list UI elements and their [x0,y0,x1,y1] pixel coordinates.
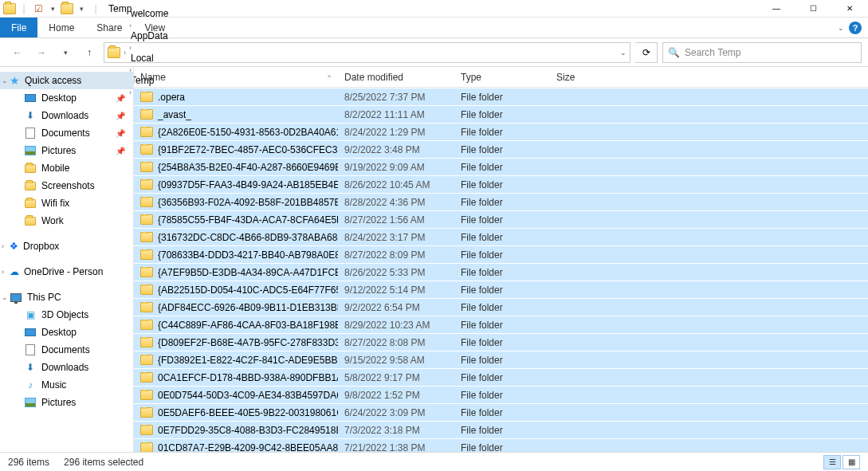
file-rows[interactable]: .opera8/25/2022 7:37 PMFile folder_avast… [134,88,868,452]
forward-button[interactable]: → [32,43,51,62]
sidebar-item-label: Work [41,215,64,226]
table-row[interactable]: 0E0D7544-50D3-4C09-AE34-83B4597DA6E59/8/… [134,386,868,403]
table-row[interactable]: {FD3892E1-E822-4C2F-841C-ADE9E5BB9...9/1… [134,351,868,368]
sidebar-item[interactable]: ⬇Downloads [0,359,133,376]
table-row[interactable]: {C44C889F-AF86-4CAA-8F03-BA18F198B...8/2… [134,316,868,333]
cell-name: {2A826E0E-5150-4931-8563-0D2BA40A61... [134,127,338,138]
cell-date: 8/26/2022 5:33 PM [338,267,454,278]
cell-type: File folder [454,425,550,436]
cell-type: File folder [454,302,550,313]
column-size[interactable]: Size [550,67,614,87]
navigation-bar: ← → ▾ ↑ › welcome›AppData›Local›Temp› ⌄ … [0,38,868,67]
table-row[interactable]: {36356B93-F02A-4092-B58F-201BB4857E6...8… [134,193,868,210]
table-row[interactable]: 01CD87A7-E29B-4209-9C42-8BEE05AA82547/21… [134,438,868,452]
sidebar-item[interactable]: ♪Music [0,376,133,394]
table-row[interactable]: {254B8A35-B2E0-4F40-A287-8660E9469B0...9… [134,158,868,175]
search-box[interactable]: 🔍 [662,42,862,63]
table-row[interactable]: {D809EF2F-B68E-4A7B-95FC-278F833D34...8/… [134,333,868,351]
table-row[interactable]: {316732DC-C8DC-4B66-8DB9-378ABA684...8/2… [134,228,868,245]
tab-file[interactable]: File [0,18,37,37]
refresh-button[interactable]: ⟳ [635,42,658,63]
sidebar-item[interactable]: ▣3D Objects [0,306,133,324]
navigation-pane[interactable]: ⌄ ★ Quick access Desktop📌⬇Downloads📌Docu… [0,67,134,452]
table-row[interactable]: 0E5DAEF6-BEEE-40E5-9B22-003198061C036/24… [134,403,868,421]
breadcrumb-segment[interactable]: AppData [129,30,170,41]
file-name: {AB22515D-D054-410C-ADC5-E64F77F65... [158,285,338,296]
maximize-button[interactable]: ☐ [795,0,831,18]
table-row[interactable]: {708633B4-DDD3-4217-BB40-AB798A0E8...8/2… [134,245,868,263]
sidebar-item[interactable]: Documents [0,341,133,359]
table-row[interactable]: {A7EF9B5D-E3DB-4A34-89CA-A47D1FCB...8/26… [134,263,868,281]
sidebar-item[interactable]: Desktop📌 [0,89,133,107]
sidebar-item[interactable]: Desktop [0,324,133,341]
sidebar-item[interactable]: Work [0,212,133,230]
address-bar[interactable]: › welcome›AppData›Local›Temp› ⌄ [104,42,630,63]
sidebar-item[interactable]: Pictures📌 [0,142,133,159]
table-row[interactable]: {ADF84ECC-6926-4B09-9B11-D1EB313BF...9/2… [134,298,868,316]
cell-date: 9/12/2022 5:14 PM [338,285,454,296]
chevron-right-icon[interactable]: › [2,242,4,250]
sidebar-item[interactable]: Mobile [0,159,133,177]
history-dropdown-icon[interactable]: ▾ [56,43,75,62]
breadcrumb-segment[interactable]: welcome [129,8,170,19]
table-row[interactable]: {78585C55-FB4F-43DA-ACA7-8CFA64E5B...8/2… [134,210,868,228]
sidebar-item[interactable]: ⬇Downloads📌 [0,107,133,124]
qat-dropdown-icon[interactable]: ▾ [75,2,88,15]
column-type[interactable]: Type [454,67,550,87]
pin-icon: 📌 [116,129,125,138]
view-details-button[interactable]: ☰ [823,455,841,469]
sidebar-quick-access[interactable]: ⌄ ★ Quick access [0,72,133,89]
sidebar-dropbox[interactable]: › ❖ Dropbox [0,237,133,255]
column-date[interactable]: Date modified [338,67,454,87]
sidebar-onedrive[interactable]: › ☁ OneDrive - Person [0,263,133,281]
cell-date: 8/24/2022 3:17 PM [338,232,454,243]
close-button[interactable]: ✕ [831,0,868,18]
sidebar-this-pc[interactable]: ⌄ This PC [0,288,133,306]
qat-customize-icon[interactable]: ▾ [46,2,59,15]
cell-name: 0E0D7544-50D3-4C09-AE34-83B4597DA6E5 [134,390,338,401]
table-row[interactable]: 0CA1EFCF-D178-4BBD-938A-890DFBB1A...5/8/… [134,368,868,386]
chevron-right-icon[interactable]: › [129,44,132,52]
folder-icon [140,232,153,242]
properties-icon[interactable]: ☑ [32,2,45,15]
table-row[interactable]: 0E7FDD29-35C8-4088-B3D3-FC2849518B047/3/… [134,421,868,438]
search-input[interactable] [685,47,856,58]
folder-icon [140,249,153,260]
ribbon-expand-icon[interactable]: ⌄ [838,24,844,32]
sidebar-item[interactable]: Wifi fix [0,194,133,212]
sidebar-item[interactable]: Screenshots [0,177,133,194]
minimize-button[interactable]: — [758,0,795,18]
table-row[interactable]: {2A826E0E-5150-4931-8563-0D2BA40A61...8/… [134,123,868,140]
help-icon[interactable]: ? [849,22,862,34]
chevron-down-icon[interactable]: ⌄ [2,293,8,301]
up-button[interactable]: ↑ [80,43,99,62]
column-name[interactable]: Name ^ [134,67,338,87]
address-dropdown-icon[interactable]: ⌄ [620,49,626,57]
tab-share[interactable]: Share [85,18,133,37]
view-icons-button[interactable]: ▦ [842,455,860,469]
table-row[interactable]: .opera8/25/2022 7:37 PMFile folder [134,88,868,105]
breadcrumb-segment[interactable]: Local [129,53,170,64]
tab-home[interactable]: Home [37,18,85,37]
table-row[interactable]: {AB22515D-D054-410C-ADC5-E64F77F65...9/1… [134,281,868,298]
back-button[interactable]: ← [8,43,27,62]
cell-name: 0E5DAEF6-BEEE-40E5-9B22-003198061C03 [134,407,338,418]
folder-icon [140,144,153,155]
file-name: {D809EF2F-B68E-4A7B-95FC-278F833D34... [158,337,338,348]
quick-access-toolbar: | ☑ ▾ ▾ | Temp [0,2,132,15]
table-row[interactable]: {91BF2E72-7BEC-4857-AEC0-536CFEC3EB...9/… [134,140,868,158]
cell-date: 9/15/2022 9:58 AM [338,355,454,366]
sidebar-item[interactable]: Pictures [0,394,133,411]
chevron-right-icon[interactable]: › [129,22,132,29]
chevron-right-icon[interactable]: › [124,49,126,57]
cell-type: File folder [454,127,550,138]
folder-icon [140,214,153,225]
chevron-down-icon[interactable]: ⌄ [2,77,8,84]
chevron-right-icon[interactable]: › [2,268,4,276]
sidebar-item-label: Desktop [41,92,77,104]
status-bar: 296 items 296 items selected ☰ ▦ [0,452,868,471]
sidebar-item[interactable]: Documents📌 [0,124,133,142]
table-row[interactable]: {09937D5F-FAA3-4B49-9A24-AB185EB4E0...8/… [134,175,868,193]
table-row[interactable]: _avast_8/2/2022 11:11 AMFile folder [134,105,868,123]
folder-icon [140,267,153,277]
